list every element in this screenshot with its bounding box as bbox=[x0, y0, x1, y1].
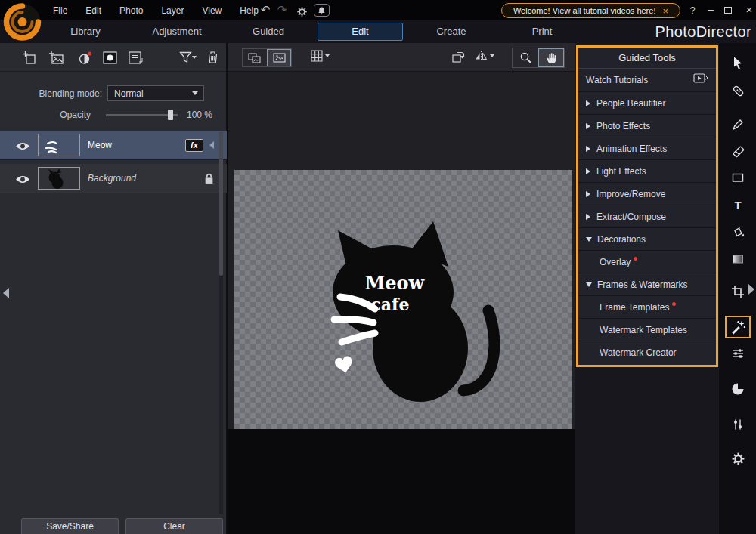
menu-photo[interactable]: Photo bbox=[110, 5, 152, 16]
guided-item-decorations[interactable]: Decorations bbox=[578, 228, 716, 251]
compare-view-icon[interactable] bbox=[243, 49, 267, 66]
guided-item-animation-effects[interactable]: Animation Effects bbox=[578, 137, 716, 160]
filter-layers-icon[interactable] bbox=[176, 49, 199, 66]
flip-button[interactable] bbox=[475, 50, 494, 62]
layer-visibility-eye-icon[interactable] bbox=[15, 140, 30, 150]
guided-item-photo-effects[interactable]: Photo Effects bbox=[578, 115, 716, 137]
canvas-empty-area bbox=[228, 429, 575, 534]
clear-button[interactable]: Clear bbox=[125, 518, 223, 534]
opacity-slider-handle[interactable] bbox=[168, 110, 173, 120]
opacity-value: 100 % bbox=[187, 110, 212, 120]
notification-close-icon[interactable]: × bbox=[662, 6, 668, 16]
scrollbar-thumb[interactable] bbox=[219, 132, 223, 276]
delete-layer-icon[interactable] bbox=[204, 49, 221, 66]
pan-hand-icon[interactable] bbox=[538, 48, 564, 67]
blending-mode-label: Blending mode: bbox=[9, 88, 102, 99]
guided-item-watermark-creator[interactable]: Watermark Creator bbox=[578, 341, 716, 364]
guided-item-watermark-templates[interactable]: Watermark Templates bbox=[578, 319, 716, 341]
opacity-slider-track[interactable] bbox=[106, 114, 178, 116]
menu-layer[interactable]: Layer bbox=[152, 5, 193, 16]
close-icon[interactable]: × bbox=[742, 0, 756, 20]
grid-toggle-button[interactable] bbox=[311, 50, 330, 62]
tab-create[interactable]: Create bbox=[418, 20, 485, 43]
guided-item-label: Improve/Remove bbox=[596, 189, 665, 199]
tab-print[interactable]: Print bbox=[509, 20, 575, 43]
undo-icon[interactable]: ↶ bbox=[258, 0, 273, 20]
blending-mode-dropdown[interactable]: Normal bbox=[107, 85, 204, 101]
menu-file[interactable]: File bbox=[44, 5, 76, 16]
guided-item-extract-compose[interactable]: Extract/Compose bbox=[578, 205, 716, 228]
pin-adjust-icon[interactable] bbox=[730, 416, 746, 433]
tab-adjustment[interactable]: Adjustment bbox=[136, 20, 218, 43]
guided-item-light-effects[interactable]: Light Effects bbox=[578, 160, 716, 183]
titlebar: File Edit Photo Layer View Help ↶ ↷ Welc… bbox=[0, 0, 756, 20]
tab-library[interactable]: Library bbox=[57, 20, 114, 43]
adjustment-sliders-icon[interactable] bbox=[730, 345, 746, 362]
watch-tutorials-item[interactable]: Watch Tutorials bbox=[578, 69, 716, 92]
maximize-icon[interactable] bbox=[724, 7, 732, 14]
photo-canvas[interactable]: Meow cafe bbox=[234, 170, 572, 429]
menu-edit[interactable]: Edit bbox=[76, 5, 110, 16]
tab-guided[interactable]: Guided bbox=[238, 20, 299, 43]
rotate-button[interactable] bbox=[451, 50, 466, 63]
guided-item-frame-templates[interactable]: Frame Templates bbox=[578, 296, 716, 319]
welcome-notification[interactable]: Welcome! View all tutorial videos here! … bbox=[501, 3, 680, 18]
crop-tool-icon[interactable] bbox=[730, 283, 746, 300]
guided-item-label: Overlay bbox=[600, 257, 631, 267]
settings-gear-tool-icon[interactable] bbox=[730, 450, 746, 467]
magic-wand-icon[interactable] bbox=[730, 319, 746, 335]
layer-properties-icon[interactable] bbox=[127, 49, 144, 66]
layer-row-meow[interactable]: Meow fx bbox=[0, 131, 227, 160]
text-tool-icon[interactable]: T bbox=[730, 196, 746, 213]
layer-thumbnail[interactable] bbox=[38, 167, 80, 190]
add-image-layer-icon[interactable] bbox=[48, 49, 64, 66]
layer-lock-icon bbox=[204, 173, 214, 184]
guided-item-people-beautifier[interactable]: People Beautifier bbox=[578, 92, 716, 115]
single-view-icon[interactable] bbox=[267, 49, 291, 66]
eraser-icon[interactable] bbox=[730, 143, 746, 159]
layer-visibility-eye-icon[interactable] bbox=[15, 174, 30, 184]
guided-item-frames-watermarks[interactable]: Frames & Watermarks bbox=[578, 273, 716, 296]
gradient-tool-icon[interactable] bbox=[730, 251, 746, 267]
layers-toolbar bbox=[0, 43, 226, 72]
layers-panel: Blending mode: Normal Opacity 100 % Meow… bbox=[0, 43, 227, 534]
guided-item-improve-remove[interactable]: Improve/Remove bbox=[578, 183, 716, 205]
collapse-right-panel-icon[interactable] bbox=[748, 284, 754, 295]
adjustment-layer-icon[interactable] bbox=[76, 49, 93, 66]
help-button[interactable]: ? bbox=[685, 0, 700, 20]
expand-icon bbox=[586, 191, 590, 197]
layers-scrollbar[interactable] bbox=[219, 132, 223, 514]
zoom-tool-group bbox=[512, 48, 565, 68]
layer-fx-badge[interactable]: fx bbox=[185, 139, 203, 152]
save-share-button[interactable]: Save/Share bbox=[21, 518, 119, 534]
guided-item-label: Decorations bbox=[597, 234, 646, 245]
watch-tutorials-label: Watch Tutorials bbox=[586, 75, 648, 85]
guided-tools-panel: Guided Tools Watch Tutorials People Beau… bbox=[576, 45, 718, 367]
layer-collapse-icon[interactable] bbox=[209, 141, 214, 149]
layer-thumbnail[interactable] bbox=[38, 134, 80, 156]
minimize-icon[interactable]: – bbox=[703, 0, 718, 20]
collapse-left-panel-icon[interactable] bbox=[3, 288, 9, 298]
expand-icon bbox=[586, 100, 590, 106]
pie-region-icon[interactable] bbox=[730, 381, 746, 397]
dropdown-caret-icon bbox=[192, 91, 198, 95]
cat-illustration: Meow cafe bbox=[234, 170, 572, 429]
guided-item-label: Animation Effects bbox=[596, 144, 667, 154]
settings-gear-icon[interactable] bbox=[294, 4, 309, 17]
menu-view[interactable]: View bbox=[193, 5, 231, 16]
add-layer-icon[interactable] bbox=[20, 49, 37, 66]
redo-icon[interactable]: ↷ bbox=[274, 0, 290, 20]
pen-brush-icon[interactable] bbox=[730, 116, 746, 133]
layer-row-background[interactable]: Background bbox=[0, 164, 227, 193]
guided-item-overlay[interactable]: Overlay bbox=[578, 251, 716, 273]
zoom-magnifier-icon[interactable] bbox=[513, 48, 538, 67]
rectangle-shape-icon[interactable] bbox=[730, 169, 746, 186]
filter-caret-icon bbox=[192, 56, 197, 59]
blemish-removal-icon[interactable] bbox=[730, 82, 746, 99]
paint-bucket-icon[interactable] bbox=[730, 224, 746, 240]
layer-mask-icon[interactable] bbox=[101, 49, 118, 66]
guided-tools-title: Guided Tools bbox=[578, 48, 716, 69]
tab-edit[interactable]: Edit bbox=[318, 23, 403, 41]
notifications-bell-icon[interactable] bbox=[314, 4, 330, 17]
select-cursor-icon[interactable] bbox=[730, 54, 746, 71]
